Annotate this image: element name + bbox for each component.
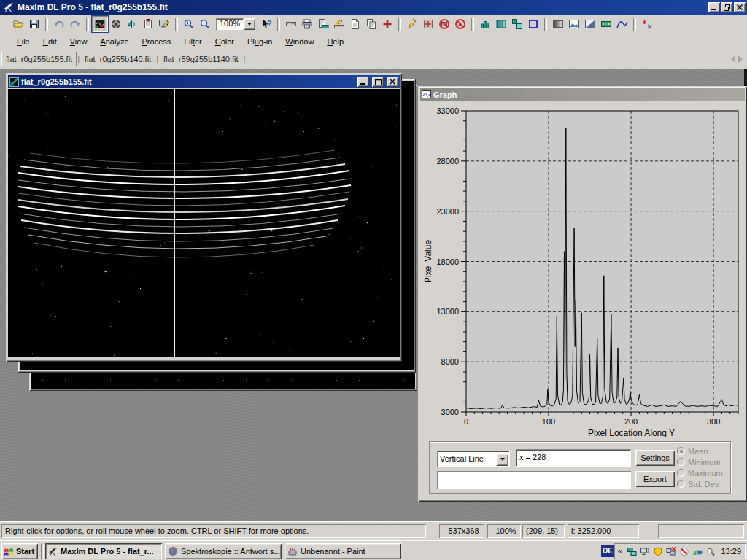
network-connections-icon[interactable] <box>626 546 637 556</box>
zoom-dropdown-button[interactable] <box>244 18 255 30</box>
save-icon[interactable] <box>26 16 42 32</box>
language-indicator[interactable]: DE <box>601 545 614 557</box>
graph-window[interactable]: Graph 0100200300300080001300018000230002… <box>418 86 747 502</box>
task-paint[interactable]: Unbenannt - Paint <box>285 543 401 559</box>
menu-process[interactable]: Process <box>136 34 178 49</box>
quick-audio-icon[interactable] <box>124 16 140 32</box>
add-cross-icon[interactable] <box>379 16 395 32</box>
menu-plug-in[interactable]: Plug-in <box>241 34 279 49</box>
crosshair-icon[interactable] <box>108 16 124 32</box>
tab-scroll-right-icon[interactable] <box>738 55 743 63</box>
zoom-level-combo[interactable]: 100% <box>216 18 255 30</box>
split-image-icon[interactable] <box>582 16 598 32</box>
wireless-signal-icon[interactable] <box>692 546 703 556</box>
crop-box-icon[interactable] <box>525 16 541 32</box>
stat-row[interactable]: Std. Dev. <box>677 479 720 489</box>
target-box-icon[interactable] <box>420 16 436 32</box>
image-window[interactable]: flat_r0g255b155.fit <box>6 73 402 362</box>
context-help-icon[interactable]: ? <box>258 16 274 32</box>
no-track-icon[interactable] <box>452 16 468 32</box>
histogram-icon[interactable] <box>477 16 493 32</box>
stat-row[interactable]: Mean <box>677 446 708 456</box>
flip-icon[interactable] <box>493 16 509 32</box>
menu-analyze[interactable]: Analyze <box>93 34 135 49</box>
document-icon[interactable] <box>347 16 363 32</box>
settings-button[interactable]: Settings <box>635 450 675 466</box>
app-title-bar: MaxIm DL Pro 5 - flat_r0g255b155.fit <box>0 0 747 15</box>
color-bar-icon[interactable] <box>598 16 614 32</box>
windows-logo-icon <box>4 547 14 556</box>
printer-icon[interactable] <box>299 16 315 32</box>
zoom-out-icon[interactable] <box>197 16 213 32</box>
search-magnifier-icon[interactable] <box>705 546 716 556</box>
clean-up-icon[interactable] <box>404 16 420 32</box>
zoom-level-value[interactable]: 100% <box>216 18 244 30</box>
image-canvas[interactable] <box>8 89 400 357</box>
pencil-ruler-icon[interactable] <box>331 16 347 32</box>
menu-view[interactable]: View <box>63 34 94 49</box>
workspace-right-edge <box>744 69 747 87</box>
menu-file[interactable]: File <box>10 34 36 49</box>
graph-window-title-bar[interactable]: Graph <box>420 88 745 101</box>
task-firefox[interactable]: Spektroskopie :: Antwort s... <box>165 543 282 559</box>
ruler-icon[interactable] <box>283 16 299 32</box>
stat-radio[interactable] <box>677 447 685 455</box>
taskbar-clock[interactable]: 13:29 <box>718 547 741 556</box>
no-entry-icon[interactable] <box>678 546 689 556</box>
restore-button[interactable] <box>721 2 732 12</box>
graph-mode-select[interactable]: Vertical Line <box>437 451 510 467</box>
menu-help[interactable]: Help <box>320 34 350 49</box>
close-button[interactable] <box>734 2 746 12</box>
svg-text:23000: 23000 <box>436 207 459 216</box>
system-tray: « 13:29 <box>614 543 746 559</box>
menu-edit[interactable]: Edit <box>36 34 63 49</box>
display-signal-icon[interactable] <box>639 546 650 556</box>
start-button[interactable]: Start <box>1 543 38 559</box>
export-button[interactable]: Export <box>635 471 675 487</box>
stat-radio[interactable] <box>677 458 685 466</box>
clipboard-icon[interactable] <box>140 16 156 32</box>
cursor-position-field[interactable]: x = 228 <box>516 449 631 467</box>
app-icon[interactable] <box>3 2 15 12</box>
menu-window[interactable]: Window <box>279 34 320 49</box>
undo-icon[interactable] <box>51 16 67 32</box>
stat-radio[interactable] <box>677 480 685 488</box>
minimize-button[interactable] <box>708 2 720 12</box>
graph-window-title: Graph <box>433 90 743 99</box>
screen-stretch-icon[interactable] <box>92 16 108 32</box>
image-close-button[interactable] <box>387 77 398 87</box>
menubar-grip[interactable] <box>4 35 7 48</box>
gradient-icon[interactable] <box>550 16 566 32</box>
no-calibrate-icon[interactable] <box>436 16 452 32</box>
curves-icon[interactable] <box>614 16 630 32</box>
menu-bar: FileEditViewAnalyzeProcessFilterColorPlu… <box>0 34 747 50</box>
image-maximize-button[interactable] <box>372 77 384 87</box>
page-ruler-icon[interactable] <box>315 16 331 32</box>
zoom-in-icon[interactable] <box>181 16 197 32</box>
tab-flat_r59g255b1140[interactable]: flat_r59g255b1140.fit <box>159 52 243 66</box>
network-error-icon[interactable] <box>665 546 676 556</box>
graph-mode-dropdown-button[interactable] <box>496 454 508 466</box>
tab-flat_r0g255b140[interactable]: flat_r0g255b140.fit <box>80 52 155 66</box>
open-icon[interactable] <box>10 16 26 32</box>
stat-radio[interactable] <box>677 469 685 477</box>
stat-row[interactable]: Minimum <box>677 457 721 467</box>
graph-notes-field[interactable] <box>437 471 631 489</box>
redo-icon[interactable] <box>67 16 83 32</box>
tab-flat_r0g255b155[interactable]: flat_r0g255b155.fit <box>1 52 77 66</box>
menu-color[interactable]: Color <box>209 34 241 49</box>
image-minimize-button[interactable] <box>357 77 369 87</box>
copy-icon[interactable] <box>363 16 379 32</box>
security-shield-icon[interactable] <box>652 546 663 556</box>
menu-filter[interactable]: Filter <box>177 34 208 49</box>
image-display-icon[interactable] <box>566 16 582 32</box>
task-maxim-dl[interactable]: MaxIm DL Pro 5 - flat_r... <box>45 543 162 559</box>
monitor-edit-icon[interactable] <box>156 16 172 32</box>
toolbar-grip[interactable] <box>4 18 7 31</box>
tray-overflow-chevron[interactable]: « <box>618 546 624 556</box>
pixel-math-icon[interactable] <box>639 16 655 32</box>
stat-row[interactable]: Maximum <box>677 468 723 478</box>
image-window-title-bar[interactable]: flat_r0g255b155.fit <box>8 75 400 88</box>
tab-scroll-left-icon[interactable] <box>731 55 735 63</box>
resize-icon[interactable] <box>509 16 525 32</box>
